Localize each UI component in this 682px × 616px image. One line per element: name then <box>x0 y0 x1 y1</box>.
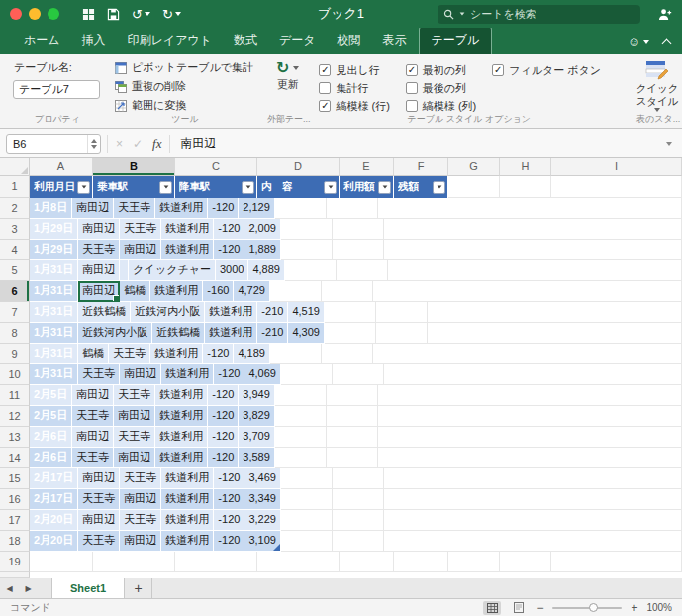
convert-to-range-button[interactable]: 範囲に変換 <box>112 97 256 114</box>
tab-table[interactable]: テーブル <box>419 26 493 54</box>
cell-E8[interactable]: -210 <box>257 323 288 344</box>
empty-cell[interactable] <box>281 510 333 531</box>
cell-A6[interactable]: 1月31日 <box>30 281 78 302</box>
empty-cell[interactable] <box>175 552 257 572</box>
row-header-12[interactable]: 12 <box>0 406 30 427</box>
empty-cell[interactable] <box>275 448 327 468</box>
row-header-3[interactable]: 3 <box>0 219 30 240</box>
feedback-smiley-button[interactable]: ☺ <box>628 34 649 49</box>
empty-cell[interactable] <box>333 510 384 531</box>
cell-A16[interactable]: 2月17日 <box>30 489 78 510</box>
empty-cell[interactable] <box>376 302 428 323</box>
cell-A12[interactable]: 2月5日 <box>30 406 72 427</box>
empty-cell[interactable] <box>281 531 333 552</box>
cell-C8[interactable]: 近鉄鶴橋 <box>152 323 205 344</box>
cell-A2[interactable]: 1月8日 <box>30 198 72 219</box>
empty-cell[interactable] <box>270 344 322 364</box>
remove-duplicates-button[interactable]: 重複の削除 <box>112 78 256 95</box>
empty-cell[interactable] <box>333 489 384 510</box>
cell-B11[interactable]: 南田辺 <box>72 385 114 406</box>
empty-cell[interactable] <box>500 552 551 572</box>
cell-F15[interactable]: 3,469 <box>244 468 281 489</box>
empty-cell[interactable] <box>30 552 93 572</box>
empty-cell[interactable] <box>448 176 500 198</box>
empty-cell[interactable] <box>281 240 333 260</box>
row-header-7[interactable]: 7 <box>0 302 30 323</box>
sheet-tab-sheet1[interactable]: Sheet1 <box>51 578 125 598</box>
cell-A3[interactable]: 1月29日 <box>30 219 78 240</box>
row-header-13[interactable]: 13 <box>0 427 30 448</box>
cell-F11[interactable]: 3,949 <box>239 385 275 406</box>
cell-E18[interactable]: -120 <box>214 531 244 552</box>
cell-F3[interactable]: 2,009 <box>244 219 281 240</box>
empty-cell[interactable] <box>333 364 384 385</box>
tab-home[interactable]: ホーム <box>14 26 70 54</box>
table-name-input[interactable] <box>13 80 100 99</box>
table-header-cell-F1[interactable]: 残額 <box>394 176 448 198</box>
cell-F7[interactable]: 4,519 <box>288 302 325 323</box>
table-header-cell-B1[interactable]: 乗車駅 <box>93 176 175 198</box>
save-icon[interactable] <box>107 8 120 21</box>
column-header-G[interactable]: G <box>448 158 500 176</box>
empty-cell[interactable] <box>428 323 682 344</box>
empty-cell[interactable] <box>551 552 682 572</box>
cell-A17[interactable]: 2月20日 <box>30 510 78 531</box>
row-header-14[interactable]: 14 <box>0 448 30 468</box>
empty-cell[interactable] <box>281 489 333 510</box>
cell-A11[interactable]: 2月5日 <box>30 385 72 406</box>
row-header-4[interactable]: 4 <box>0 240 30 260</box>
empty-cell[interactable] <box>340 552 394 572</box>
cell-D8[interactable]: 鉄道利用 <box>205 323 257 344</box>
empty-cell[interactable] <box>378 198 682 219</box>
row-header-16[interactable]: 16 <box>0 489 30 510</box>
zoom-slider[interactable] <box>552 607 622 609</box>
column-header-B[interactable]: B <box>93 158 175 176</box>
empty-cell[interactable] <box>384 468 682 489</box>
cell-D18[interactable]: 鉄道利用 <box>161 531 214 552</box>
undo-dropdown-caret-icon[interactable] <box>145 12 150 16</box>
cell-F16[interactable]: 3,349 <box>244 489 281 510</box>
cell-F17[interactable]: 3,229 <box>244 510 281 531</box>
cell-E9[interactable]: -120 <box>203 344 234 364</box>
empty-cell[interactable] <box>373 281 682 302</box>
undo-button[interactable]: ↺ <box>132 8 150 21</box>
page-layout-view-button[interactable] <box>510 601 528 615</box>
column-header-A[interactable]: A <box>30 158 93 176</box>
tab-page-layout[interactable]: 印刷レイアウト <box>118 26 222 54</box>
cell-D6[interactable]: 鉄道利用 <box>150 281 203 302</box>
cell-D10[interactable]: 鉄道利用 <box>161 364 214 385</box>
cell-F4[interactable]: 1,889 <box>244 240 281 260</box>
sheet-nav-right-icon[interactable]: ▶ <box>19 578 38 598</box>
collapse-ribbon-icon[interactable] <box>662 38 672 48</box>
style-option-6[interactable]: ✓フィルター ボタン <box>492 63 601 77</box>
filter-button[interactable] <box>378 181 391 194</box>
empty-cell[interactable] <box>327 448 378 468</box>
row-header-19[interactable]: 19 <box>0 552 30 572</box>
empty-cell[interactable] <box>327 385 378 406</box>
cell-D7[interactable]: 鉄道利用 <box>205 302 257 323</box>
stepper-up-icon[interactable] <box>91 139 97 143</box>
filter-button[interactable] <box>159 181 172 194</box>
select-all-corner[interactable] <box>0 158 30 176</box>
cell-B12[interactable]: 天王寺 <box>72 406 114 427</box>
style-option-5[interactable]: 縞模様 (列) <box>406 99 476 113</box>
style-option-1[interactable]: 集計行 <box>319 81 389 95</box>
empty-cell[interactable] <box>281 219 333 240</box>
insert-function-button[interactable]: fx <box>150 136 163 152</box>
empty-cell[interactable] <box>394 552 448 572</box>
cell-D17[interactable]: 鉄道利用 <box>161 510 214 531</box>
cell-C14[interactable]: 南田辺 <box>114 448 155 468</box>
cell-E16[interactable]: -120 <box>214 489 244 510</box>
name-box[interactable] <box>6 134 101 154</box>
cell-A7[interactable]: 1月31日 <box>30 302 78 323</box>
cell-B5[interactable]: 南田辺 <box>78 260 120 281</box>
cell-C16[interactable]: 南田辺 <box>120 489 161 510</box>
row-header-15[interactable]: 15 <box>0 468 30 489</box>
cell-C17[interactable]: 天王寺 <box>120 510 161 531</box>
checkbox-icon[interactable]: ✓ <box>319 64 331 76</box>
empty-cell[interactable] <box>428 302 682 323</box>
column-header-E[interactable]: E <box>340 158 394 176</box>
cell-D4[interactable]: 鉄道利用 <box>161 240 214 260</box>
empty-cell[interactable] <box>275 385 327 406</box>
empty-cell[interactable] <box>384 219 682 240</box>
